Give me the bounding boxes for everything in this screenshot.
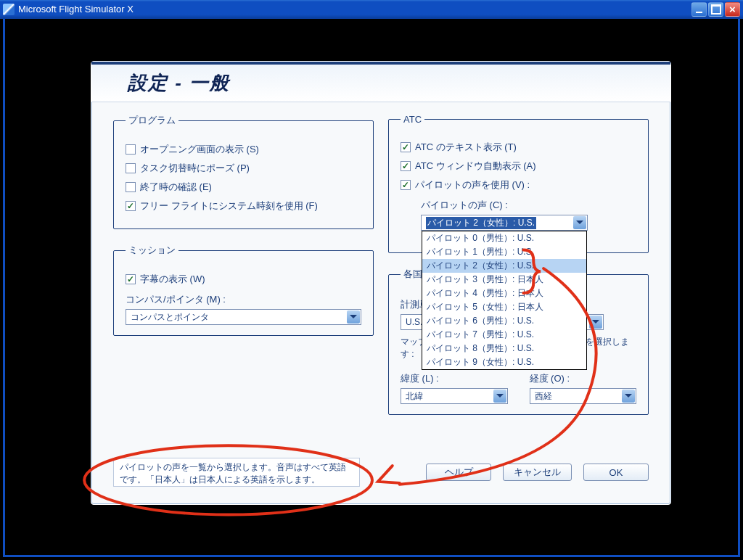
maximize-button[interactable] [708, 2, 723, 17]
atc-legend: ATC [401, 114, 424, 125]
titlebar: Microsoft Flight Simulator X [0, 0, 743, 19]
dialog-body: プログラム オープニング画面の表示 (S) タスク切替時にポーズ (P) 終了時… [113, 114, 649, 452]
chevron-down-icon [589, 316, 602, 329]
lon-label: 経度 (O) : [530, 372, 637, 385]
chevron-down-icon [622, 390, 635, 403]
checkbox-pause-task-switch[interactable] [126, 163, 136, 173]
checkbox-atc-window-auto[interactable] [401, 161, 411, 171]
program-group: プログラム オープニング画面の表示 (S) タスク切替時にポーズ (P) 終了時… [113, 114, 374, 229]
label-opening: オープニング画面の表示 (S) [140, 143, 259, 156]
dialog-title: 設定 - 一般 [128, 70, 656, 96]
cancel-button[interactable]: キャンセル [503, 464, 572, 481]
lon-value: 西経 [535, 390, 552, 403]
pilot-voice-label: パイロットの声 (C) : [421, 199, 636, 212]
units-value: U.S. [406, 317, 422, 327]
atc-group: ATC ATC のテキスト表示 (T) ATC ウィンドウ自動表示 (A) パイ… [388, 114, 649, 253]
mission-group: ミッション 字幕の表示 (W) コンパス/ポインタ (M) : コンパスとポイン… [113, 244, 374, 336]
left-column: プログラム オープニング画面の表示 (S) タスク切替時にポーズ (P) 終了時… [113, 114, 374, 452]
compass-dropdown[interactable]: コンパスとポインタ [126, 309, 361, 325]
compass-value: コンパスとポインタ [131, 311, 209, 324]
minimize-button[interactable] [691, 2, 707, 17]
pilot-voice-list[interactable]: パイロット 0（男性）: U.S.パイロット 1（男性）: U.S.パイロット … [422, 231, 587, 370]
lat-dropdown[interactable]: 北緯 [401, 388, 508, 404]
ok-button[interactable]: OK [583, 464, 649, 481]
checkbox-opening[interactable] [126, 144, 136, 155]
pilot-voice-selected: パイロット 2（女性）: U.S. [426, 217, 536, 229]
right-column: ATC ATC のテキスト表示 (T) ATC ウィンドウ自動表示 (A) パイ… [388, 114, 649, 452]
pilot-voice-option[interactable]: パイロット 0（男性）: U.S. [422, 231, 586, 245]
checkbox-system-time[interactable] [126, 201, 136, 211]
mission-legend: ミッション [126, 244, 178, 257]
client-area: 設定 - 一般 プログラム オープニング画面の表示 (S) タスク切替時にポーズ… [3, 19, 740, 557]
checkbox-use-pilot-voice[interactable] [401, 180, 411, 190]
help-text-box: パイロットの声を一覧から選択します。音声はすべて英語です。「日本人」は日本人によ… [113, 458, 360, 487]
dialog-header: 設定 - 一般 [91, 62, 670, 102]
program-legend: プログラム [126, 114, 178, 127]
close-button[interactable] [725, 2, 740, 17]
settings-dialog: 設定 - 一般 プログラム オープニング画面の表示 (S) タスク切替時にポーズ… [91, 61, 671, 505]
window-root: Microsoft Flight Simulator X 設定 - 一般 プログ… [0, 0, 743, 560]
pilot-voice-option[interactable]: パイロット 5（女性）: 日本人 [422, 300, 586, 314]
label-use-pilot-voice: パイロットの声を使用 (V) : [415, 178, 530, 192]
label-pause-task-switch: タスク切替時にポーズ (P) [140, 162, 250, 175]
checkbox-subtitles[interactable] [126, 274, 136, 284]
label-atc-window-auto: ATC ウィンドウ自動表示 (A) [415, 160, 536, 173]
pilot-voice-option[interactable]: パイロット 3（男性）: 日本人 [422, 273, 586, 287]
lon-dropdown[interactable]: 西経 [530, 388, 637, 404]
pilot-voice-option[interactable]: パイロット 1（男性）: U.S. [422, 245, 586, 259]
checkbox-confirm-exit[interactable] [126, 182, 136, 192]
app-icon [3, 4, 15, 15]
label-subtitles: 字幕の表示 (W) [140, 273, 205, 286]
window-title: Microsoft Flight Simulator X [18, 4, 134, 15]
pilot-voice-option[interactable]: パイロット 8（男性）: U.S. [422, 342, 586, 355]
pilot-voice-option[interactable]: パイロット 6（男性）: U.S. [422, 314, 586, 328]
chevron-down-icon [347, 310, 360, 324]
titlebar-buttons [691, 2, 740, 17]
dialog-footer: パイロットの声を一覧から選択します。音声はすべて英語です。「日本人」は日本人によ… [113, 458, 649, 490]
label-atc-text: ATC のテキスト表示 (T) [415, 141, 517, 154]
help-button[interactable]: ヘルプ [426, 464, 491, 481]
help-text: パイロットの声を一覧から選択します。音声はすべて英語です。「日本人」は日本人によ… [120, 462, 346, 485]
pilot-voice-option[interactable]: パイロット 9（女性）: U.S. [422, 355, 586, 369]
pilot-voice-option[interactable]: パイロット 4（男性）: 日本人 [422, 287, 586, 300]
label-confirm-exit: 終了時の確認 (E) [140, 181, 212, 194]
lat-label: 緯度 (L) : [401, 372, 508, 385]
compass-label: コンパス/ポインタ (M) : [126, 293, 361, 306]
checkbox-atc-text[interactable] [401, 142, 411, 152]
pilot-voice-dropdown[interactable]: パイロット 2（女性）: U.S. パイロット 0（男性）: U.S.パイロット… [421, 215, 588, 231]
pilot-voice-option[interactable]: パイロット 7（男性）: U.S. [422, 328, 586, 342]
pilot-voice-option[interactable]: パイロット 2（女性）: U.S. [422, 259, 586, 273]
label-system-time: フリー フライトにシステム時刻を使用 (F) [140, 199, 318, 213]
chevron-down-icon [493, 390, 506, 403]
chevron-down-icon [573, 216, 586, 229]
lat-value: 北緯 [406, 390, 423, 403]
